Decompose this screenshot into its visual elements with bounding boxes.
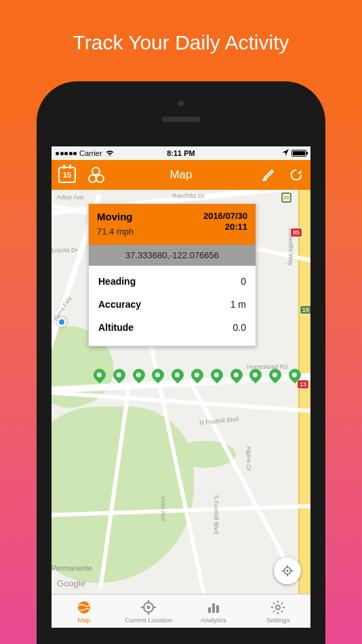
refresh-icon[interactable]: [289, 167, 304, 182]
tab-label: Map: [78, 616, 90, 624]
map-label: Voss Ave: [160, 496, 167, 521]
tab-label: Analytics: [201, 616, 226, 624]
svg-rect-6: [212, 603, 215, 613]
map-pin-icon[interactable]: [268, 369, 283, 389]
svg-point-2: [78, 601, 90, 613]
map-pin-icon[interactable]: [150, 369, 165, 389]
tab-current-location[interactable]: Current Location: [117, 595, 182, 628]
map-label: N Foothill Blvd: [199, 416, 239, 426]
map-label: Arbor Ave: [57, 194, 83, 201]
tab-map[interactable]: Map: [52, 595, 117, 628]
speed-value: 71.4 mph: [97, 226, 134, 237]
tab-analytics[interactable]: Analytics: [181, 595, 246, 628]
map-label: S Foothill Blvd: [213, 495, 220, 534]
timestamp-date: 2016/07/30: [203, 211, 247, 222]
crosshair-icon: [140, 599, 157, 616]
map-pin-icon[interactable]: [170, 369, 185, 389]
location-pins: [92, 369, 302, 396]
svg-point-8: [276, 605, 280, 609]
my-location-button[interactable]: [274, 557, 301, 584]
map-attribution: Google: [57, 578, 85, 588]
crosshair-icon: [281, 564, 294, 578]
map-label: Permanente: [52, 564, 92, 572]
map-label: Alpine Dr: [245, 446, 252, 471]
coordinates-value: 37.333680,-122.076656: [89, 245, 256, 266]
globe-icon: [76, 599, 92, 616]
tab-label: Settings: [266, 616, 289, 624]
signal-dots-icon: [56, 152, 77, 155]
tab-bar: Map Current Location Analytics: [52, 594, 310, 628]
map-pin-icon[interactable]: [112, 369, 127, 389]
info-value: 1 m: [230, 299, 246, 310]
map-pin-icon[interactable]: [229, 369, 244, 389]
location-info-card: Moving 71.4 mph 2016/07/30 20:11 37.3336…: [88, 203, 256, 346]
phone-frame: Carrier 8:11 PM: [37, 81, 325, 644]
gear-icon: [270, 599, 286, 616]
phone-camera: [178, 100, 184, 106]
map-label: Loyola Dr: [52, 247, 78, 254]
calendar-day-label: 15: [63, 171, 71, 179]
info-key: Altitude: [98, 322, 134, 333]
filter-icon[interactable]: [88, 167, 104, 183]
bar-chart-icon: [205, 599, 222, 616]
info-key: Heading: [98, 276, 136, 287]
svg-point-1: [286, 569, 288, 571]
carrier-label: Carrier: [79, 149, 102, 157]
map-pin-icon[interactable]: [92, 369, 107, 389]
map-pin-icon[interactable]: [248, 369, 263, 389]
svg-rect-5: [208, 607, 211, 613]
route-shield-20: 20: [281, 193, 291, 203]
status-label: Moving: [97, 211, 134, 222]
current-location-dot: [57, 317, 66, 327]
map-pin-icon[interactable]: [132, 369, 146, 389]
info-row: Altitude 0.0: [98, 316, 246, 339]
map-pin-icon[interactable]: [287, 369, 302, 389]
wifi-icon: [105, 150, 115, 157]
marketing-headline: Track Your Daily Activity: [0, 31, 362, 54]
calendar-icon[interactable]: 15: [58, 167, 76, 183]
brush-icon[interactable]: [260, 167, 277, 183]
timestamp-time: 20:11: [203, 222, 247, 233]
info-key: Accuracy: [98, 299, 141, 310]
svg-point-4: [147, 605, 150, 609]
map-pin-icon[interactable]: [209, 369, 224, 389]
battery-icon: [291, 150, 306, 157]
tab-label: Current Location: [125, 616, 172, 624]
map-label: Ranchita Dr: [172, 193, 205, 199]
tab-settings[interactable]: Settings: [246, 595, 311, 628]
map-pin-icon[interactable]: [190, 369, 205, 389]
app-screen: Carrier 8:11 PM: [52, 146, 310, 628]
phone-speaker: [162, 117, 200, 122]
location-services-icon: [282, 149, 289, 157]
route-shield-85: 85: [290, 228, 302, 237]
status-bar: Carrier 8:11 PM: [52, 146, 310, 160]
info-value: 0: [241, 276, 246, 287]
info-row: Accuracy 1 m: [98, 293, 246, 316]
route-shield-19: 19: [300, 305, 310, 315]
info-row: Heading 0: [98, 270, 246, 293]
info-value: 0.0: [233, 322, 246, 333]
svg-rect-7: [216, 605, 219, 613]
map-view[interactable]: Arbor Ave Ranchita Dr Loyola Dr Serra Fw…: [52, 190, 310, 594]
nav-bar: 15 Map: [52, 160, 310, 190]
